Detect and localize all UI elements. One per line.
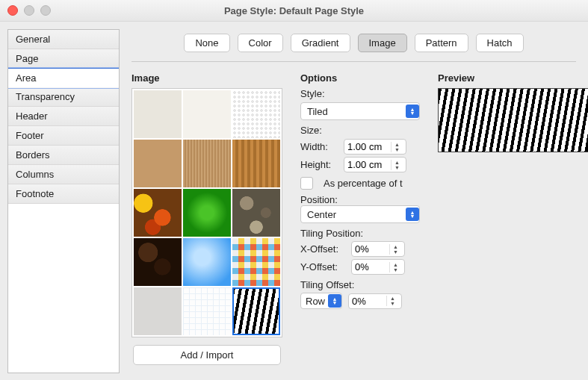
image-section-title: Image <box>131 72 282 84</box>
image-swatch-grid <box>131 88 282 337</box>
swatch-white-paper[interactable] <box>183 90 231 138</box>
position-select[interactable]: Center ▲▼ <box>300 205 420 223</box>
swatch-crumpled-paper[interactable] <box>232 90 280 138</box>
swatch-zebra[interactable] <box>232 287 280 335</box>
tiling-offset-axis-select[interactable]: Row ▲▼ <box>300 293 342 309</box>
sidebar-item-area[interactable]: Area <box>7 68 120 88</box>
tiling-offset-input[interactable] <box>349 294 386 308</box>
tab-none[interactable]: None <box>184 34 229 52</box>
swatch-mosaic[interactable] <box>232 238 280 286</box>
sidebar-item-footnote[interactable]: Footnote <box>8 184 119 204</box>
tiling-offset-axis-value: Row <box>306 296 325 307</box>
tiling-offset-stepper[interactable]: ▲▼ <box>348 293 402 309</box>
height-stepper[interactable]: ▲▼ <box>344 157 406 172</box>
sidebar-item-label: General <box>16 34 50 45</box>
swatch-sky[interactable] <box>183 238 231 286</box>
stepper-arrows-icon[interactable]: ▲▼ <box>391 142 403 152</box>
style-label: Style: <box>300 88 420 99</box>
chevron-up-down-icon: ▲▼ <box>328 294 341 308</box>
swatch-pebbles[interactable] <box>232 189 280 237</box>
sidebar-item-footer[interactable]: Footer <box>8 126 119 146</box>
tab-pattern[interactable]: Pattern <box>415 34 468 52</box>
swatch-graph-paper[interactable] <box>183 287 231 335</box>
width-stepper[interactable]: ▲▼ <box>344 139 406 155</box>
swatch-autumn-leaves[interactable] <box>134 189 182 237</box>
y-offset-input[interactable] <box>352 260 389 274</box>
sidebar-item-label: Borders <box>16 149 50 161</box>
position-value: Center <box>307 209 336 220</box>
sidebar-item-label: Transparency <box>16 91 75 102</box>
sidebar-item-columns[interactable]: Columns <box>8 165 119 184</box>
height-label: Height: <box>300 159 338 170</box>
swatch-corrugated[interactable] <box>232 140 280 187</box>
sidebar-item-label: Page <box>16 53 38 64</box>
swatch-cardboard[interactable] <box>183 140 231 187</box>
tab-image[interactable]: Image <box>358 34 407 52</box>
dialog-window: Page Style: Default Page Style General P… <box>0 0 588 380</box>
chevron-up-down-icon: ▲▼ <box>406 208 419 221</box>
tiling-position-label: Tiling Position: <box>300 228 420 239</box>
swatch-paper-texture[interactable] <box>134 90 182 138</box>
sidebar: General Page Area Transparency Header Fo… <box>7 29 120 373</box>
stepper-arrows-icon[interactable]: ▲▼ <box>391 160 403 170</box>
fill-type-tabs: None Color Gradient Image Pattern Hatch <box>131 34 576 52</box>
sidebar-item-transparency[interactable]: Transparency <box>8 87 119 107</box>
y-offset-label: Y-Offset: <box>300 261 345 272</box>
style-value: Tiled <box>307 106 328 117</box>
height-input[interactable] <box>344 158 391 172</box>
stepper-arrows-icon[interactable]: ▲▼ <box>389 262 401 272</box>
sidebar-item-label: Footnote <box>16 188 54 199</box>
add-import-button[interactable]: Add / Import <box>133 345 281 365</box>
sidebar-item-label: Area <box>16 72 36 84</box>
sidebar-item-header[interactable]: Header <box>8 107 119 126</box>
sidebar-item-page[interactable]: Page <box>8 49 119 69</box>
stepper-arrows-icon[interactable]: ▲▼ <box>386 296 398 306</box>
percentage-label: As percentage of t <box>324 178 403 189</box>
stepper-arrows-icon[interactable]: ▲▼ <box>389 244 401 255</box>
separator <box>131 61 576 62</box>
x-offset-input[interactable] <box>352 242 389 256</box>
swatch-kraft[interactable] <box>134 140 182 187</box>
width-label: Width: <box>300 141 338 152</box>
tab-color[interactable]: Color <box>238 34 283 52</box>
window-title: Page Style: Default Page Style <box>0 5 588 16</box>
sidebar-item-borders[interactable]: Borders <box>8 146 119 165</box>
size-label: Size: <box>300 125 420 136</box>
sidebar-item-label: Header <box>16 110 48 122</box>
swatch-coffee-beans[interactable] <box>134 238 182 286</box>
options-section-title: Options <box>300 72 420 84</box>
style-select[interactable]: Tiled ▲▼ <box>300 102 420 120</box>
preview-area <box>438 88 588 152</box>
chevron-up-down-icon: ▲▼ <box>406 105 419 118</box>
position-label: Position: <box>300 194 420 205</box>
width-input[interactable] <box>344 140 391 154</box>
sidebar-item-label: Columns <box>16 169 54 180</box>
swatch-concrete[interactable] <box>134 287 182 335</box>
sidebar-item-general[interactable]: General <box>8 30 119 49</box>
preview-section-title: Preview <box>438 72 588 84</box>
x-offset-label: X-Offset: <box>300 243 345 255</box>
y-offset-stepper[interactable]: ▲▼ <box>351 259 405 275</box>
tab-gradient[interactable]: Gradient <box>291 34 350 52</box>
tiling-offset-label: Tiling Offset: <box>300 279 420 290</box>
swatch-grass[interactable] <box>183 189 231 237</box>
sidebar-item-label: Footer <box>16 130 44 141</box>
x-offset-stepper[interactable]: ▲▼ <box>351 241 405 257</box>
percentage-checkbox[interactable] <box>300 177 313 190</box>
titlebar: Page Style: Default Page Style <box>0 0 588 22</box>
tab-hatch[interactable]: Hatch <box>476 34 524 52</box>
